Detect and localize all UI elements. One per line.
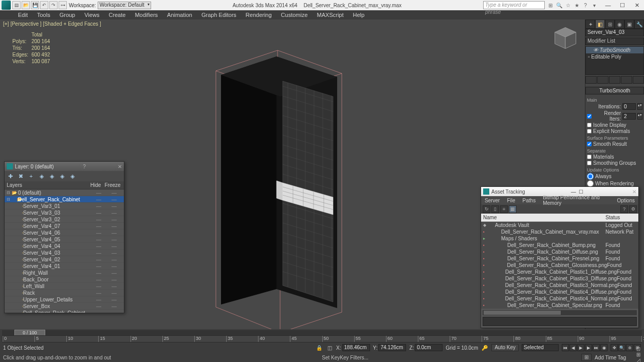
tab-utilities-icon[interactable]: 🔧 <box>634 20 644 29</box>
layer-list[interactable]: ⊟📂0 (default)——⊟📂Dell_Server_Rack_Cabine… <box>5 189 124 313</box>
modifier-editable-poly[interactable]: ▫ Editable Poly <box>586 53 643 60</box>
asset-row[interactable]: ▪Dell_Server_Rack_Cabinet_Plastic3_Norma… <box>481 282 638 289</box>
layer-row[interactable]: ▫Server_Var3_02—— <box>5 216 124 223</box>
asset-minimize-button[interactable]: — <box>571 189 576 195</box>
maximize-button[interactable]: ☐ <box>615 0 630 10</box>
time-ruler[interactable]: 0510152025303540455055606570758085909510… <box>2 335 642 342</box>
layer-row[interactable]: ▫Server_Var4_04—— <box>5 243 124 250</box>
search-input[interactable]: Type a keyword or phrase <box>483 1 545 9</box>
menu-create[interactable]: Create <box>104 12 130 18</box>
asset-row[interactable]: ◆Autodesk VaultLogged Out <box>481 222 638 228</box>
asset-menu-file[interactable]: File <box>503 198 519 203</box>
qat-link-icon[interactable]: ⊶ <box>59 1 67 9</box>
key-mode-icon[interactable]: ◉ <box>600 344 608 351</box>
tab-motion-icon[interactable]: ◉ <box>615 20 624 29</box>
menu-help[interactable]: Help <box>348 12 370 18</box>
x-input[interactable]: 188.46cm <box>342 344 370 351</box>
freeze-icon[interactable]: ◈ <box>68 173 76 180</box>
layer-row[interactable]: ▫Server_Var3_03—— <box>5 209 124 216</box>
layer-row[interactable]: ⊟📂Dell_Server_Rack_Cabinet—— <box>5 196 124 203</box>
menu-graph-editors[interactable]: Graph Editors <box>197 12 241 18</box>
object-name-input[interactable]: Server_Var4_03 <box>585 29 644 36</box>
modifier-list-dropdown[interactable]: Modifier List <box>585 37 644 45</box>
close-button[interactable]: ✕ <box>630 0 644 10</box>
key-icon[interactable]: 🔑 <box>481 344 488 351</box>
help-icon[interactable]: ? <box>582 2 589 9</box>
lock-icon[interactable]: 🔒 <box>316 344 323 351</box>
layer-row[interactable]: ▫Server_Var4_03—— <box>5 250 124 256</box>
refresh-icon[interactable]: ↻ <box>483 205 490 213</box>
star2-icon[interactable]: ★ <box>573 2 580 9</box>
show-end-icon[interactable] <box>597 76 609 84</box>
menu-tools[interactable]: Tools <box>32 12 55 18</box>
layer-row[interactable]: ▫Upper_Lower_Details—— <box>5 296 124 303</box>
pin-stack-icon[interactable] <box>585 76 597 84</box>
dropdown-icon[interactable]: ▾ <box>591 2 598 9</box>
tree-icon[interactable]: ▯ <box>491 205 499 213</box>
asset-menu-server[interactable]: Server <box>481 198 503 203</box>
rollout-header[interactable]: TurboSmooth <box>585 87 644 94</box>
materials-checkbox[interactable]: Materials <box>587 154 642 160</box>
remove-mod-icon[interactable] <box>621 76 632 84</box>
time-slider[interactable]: 0 / 100 <box>2 330 642 335</box>
layer-row[interactable]: ▫Server_Var3_01—— <box>5 203 124 209</box>
tab-display-icon[interactable]: ▣ <box>624 20 634 29</box>
add-to-layer-icon[interactable]: + <box>27 173 35 180</box>
asset-row[interactable]: ▪Dell_Server_Rack_Cabinet_Glossiness.png… <box>481 262 638 269</box>
fov-icon[interactable]: ◿ <box>636 357 641 362</box>
smoothing-groups-checkbox[interactable]: Smoothing Groups <box>587 160 642 166</box>
menu-edit[interactable]: Edit <box>13 12 32 18</box>
delete-layer-icon[interactable]: ✖ <box>17 173 25 180</box>
asset-row[interactable]: ▪Dell_Server_Rack_Cabinet_Plastic4_Diffu… <box>481 289 638 295</box>
qat-save-icon[interactable]: 💾 <box>31 1 39 9</box>
unique-icon[interactable] <box>609 76 620 84</box>
layer-row[interactable]: ▫Rack—— <box>5 290 124 296</box>
col-layers[interactable]: Layers <box>7 182 88 188</box>
config-icon[interactable] <box>633 76 644 84</box>
menu-customize[interactable]: Customize <box>277 12 312 18</box>
menu-modifiers[interactable]: Modifiers <box>130 12 162 18</box>
tab-create-icon[interactable]: ✦ <box>585 20 595 29</box>
time-config-icon[interactable]: ⊞ <box>581 354 592 361</box>
next-frame-icon[interactable]: ▶ <box>585 344 592 351</box>
asset-menu-bitmap-performance-and-memory[interactable]: Bitmap Performance and Memory <box>539 195 613 206</box>
zoom-ext-icon[interactable]: ⊡ <box>636 346 641 352</box>
menu-animation[interactable]: Animation <box>162 12 197 18</box>
col-hide[interactable]: Hide <box>88 182 103 188</box>
qat-undo-icon[interactable]: ↶ <box>40 1 48 9</box>
pan-icon[interactable]: ✥ <box>611 344 618 351</box>
layer-row[interactable]: ▫Dell_Server_Rack_Cabinet—— <box>5 310 124 313</box>
menu-views[interactable]: Views <box>80 12 104 18</box>
app-logo-icon[interactable] <box>2 1 11 10</box>
asset-menu-paths[interactable]: Paths <box>519 198 540 203</box>
render-iters-spinner[interactable]: Render Iters:2▴▾ <box>587 110 642 122</box>
asset-maximize-button[interactable]: ☐ <box>576 189 584 195</box>
hide-icon[interactable]: ◈ <box>58 173 66 180</box>
search-icon[interactable]: 🔍 <box>556 2 563 9</box>
modifier-turbosmooth[interactable]: 👁 TurboSmooth <box>586 47 643 53</box>
asset-command-input[interactable] <box>483 317 637 326</box>
radio-always[interactable]: Always <box>587 173 642 180</box>
layer-row[interactable]: ▫Server_Box—— <box>5 303 124 310</box>
iterations-spinner[interactable]: Iterations:0▴▾ <box>587 103 642 110</box>
layer-row[interactable]: ▫Server_Var4_07—— <box>5 223 124 230</box>
layer-dialog-titlebar[interactable]: Layer: 0 (default) ? ✕ <box>5 162 124 171</box>
keyfilters-button[interactable]: Key Filters... <box>340 355 369 360</box>
setkey-button[interactable]: Set Key <box>322 355 340 360</box>
minimize-button[interactable]: — <box>601 0 615 10</box>
layer-row[interactable]: ▫Server_Var4_02—— <box>5 256 124 263</box>
table-icon[interactable]: ▦ <box>509 205 517 213</box>
orbit-icon[interactable]: ⊕ <box>626 344 633 351</box>
asset-menu-options[interactable]: Options <box>614 198 638 203</box>
asset-hscroll[interactable] <box>483 310 637 315</box>
autokey-button[interactable]: Auto Key <box>491 344 519 351</box>
filter-icon[interactable]: ? <box>620 205 628 213</box>
prev-frame-icon[interactable]: ◀ <box>569 344 577 351</box>
goto-start-icon[interactable]: ⏮ <box>562 344 569 351</box>
layer-row[interactable]: ▫Server_Var4_06—— <box>5 230 124 236</box>
zoom-icon[interactable]: 🔍 <box>618 344 625 351</box>
goto-end-icon[interactable]: ⏭ <box>593 344 600 351</box>
viewport-label[interactable]: [+] [Perspective ] [Shaded + Edged Faces… <box>3 21 101 27</box>
list-icon[interactable]: ≡ <box>500 205 508 213</box>
col-name[interactable]: Name <box>483 215 605 220</box>
